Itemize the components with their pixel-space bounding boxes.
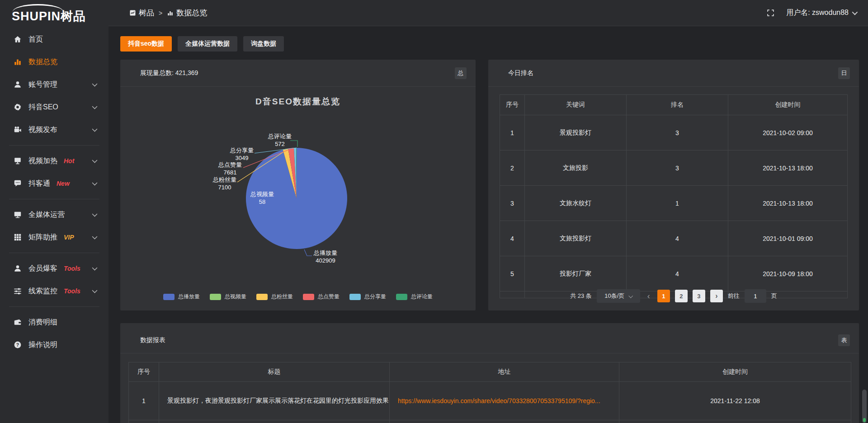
divider <box>120 86 476 87</box>
breadcrumb-label: 树品 <box>139 8 154 18</box>
legend-swatch <box>163 294 175 300</box>
pie-chart-title: D音SEO数据量总览 <box>120 96 476 108</box>
sidebar-item-home[interactable]: 首页 <box>0 28 108 51</box>
table-badge-button[interactable]: 表 <box>838 334 850 346</box>
chevron-down-icon <box>92 265 98 271</box>
legend-item[interactable]: 总点赞量 <box>303 293 340 301</box>
sidebar-item-video-heat[interactable]: 视频加热 Hot <box>0 150 108 172</box>
topbar: 树品 > 数据总览 用户名: zswodun88 <box>108 0 868 26</box>
cell-index: 2 <box>500 150 525 186</box>
sidebar-item-account[interactable]: 账号管理 <box>0 73 108 96</box>
sidebar-item-video-publish[interactable]: 视频发布 <box>0 118 108 141</box>
sidebar-item-label: 首页 <box>28 35 43 44</box>
svg-text:?: ? <box>16 343 19 348</box>
ranking-table: 序号 关键词 排名 创建时间 1 景观投影灯 3 2021-10-02 09:0… <box>500 94 848 298</box>
legend-label: 总粉丝量 <box>271 293 293 301</box>
page-button-1[interactable]: 1 <box>657 290 670 302</box>
sliders-icon <box>14 287 22 295</box>
day-badge-button[interactable]: 日 <box>838 67 850 79</box>
cell-title: 景观投影灯，夜游景观投影灯厂家展示展示落花灯在花园里的灯光投影应用效果 # <box>159 382 390 420</box>
legend-label: 总评论量 <box>411 293 433 301</box>
legend-item[interactable]: 总播放量 <box>163 293 200 301</box>
table-row: 5 投影灯厂家 4 2021-10-09 18:00 <box>500 256 848 291</box>
grid-icon <box>14 233 22 241</box>
tab-media-operation-data[interactable]: 全媒体运营数据 <box>178 36 237 52</box>
legend-label: 总视频量 <box>225 293 246 301</box>
scrollbar[interactable] <box>862 390 867 423</box>
goto-page-input[interactable] <box>745 289 766 303</box>
pie-label-name: 总视频量 <box>235 190 289 198</box>
pie-label-value: 7100 <box>198 183 252 191</box>
tab-inquiry-data[interactable]: 询盘数据 <box>243 36 284 52</box>
app-icon <box>129 9 136 16</box>
cell-rank: 4 <box>627 256 728 291</box>
sidebar-item-lead-monitor[interactable]: 线索监控 Tools <box>0 280 108 302</box>
col-header-index: 序号 <box>500 95 525 115</box>
video-link[interactable]: https://www.iesdouyin.com/share/video/70… <box>398 397 600 404</box>
pie-label-value: 7681 <box>203 169 257 176</box>
pie-label-value: 402909 <box>298 257 353 264</box>
pie-label-fans: 总粉丝量 7100 <box>198 176 252 191</box>
sidebar-item-badge: Tools <box>64 287 80 295</box>
total-badge-button[interactable]: 总 <box>455 67 467 79</box>
sidebar-item-label: 视频加热 <box>28 156 57 166</box>
legend-item[interactable]: 总分享量 <box>349 293 386 301</box>
sidebar-item-badge: Hot <box>64 157 74 164</box>
panel-title: 今日排名 <box>508 69 533 77</box>
logo-text-cn: 树品 <box>61 9 86 23</box>
fullscreen-icon[interactable] <box>767 9 774 17</box>
pie-label-shares: 总分享量 3049 <box>215 146 269 162</box>
cell-rank: 3 <box>627 115 728 150</box>
breadcrumb: 树品 > 数据总览 <box>129 0 207 26</box>
legend-item[interactable]: 总评论量 <box>396 293 433 301</box>
pie-label-play: 总播放量 402909 <box>298 249 353 264</box>
menu-divider <box>9 253 99 253</box>
cell-index: 3 <box>500 186 525 221</box>
user-menu[interactable]: 用户名: zswodun88 <box>786 8 856 18</box>
goto-label: 前往 <box>728 292 740 300</box>
sidebar-item-consume-detail[interactable]: 消费明细 <box>0 311 108 334</box>
logo: SHUPIN树品 <box>12 3 98 24</box>
chevron-down-icon <box>92 180 98 186</box>
breadcrumb-item-shupin[interactable]: 树品 <box>129 8 154 18</box>
table-row-partial <box>129 420 851 423</box>
cell-index: 4 <box>500 221 525 256</box>
table-row: 1 景观投影灯，夜游景观投影灯厂家展示展示落花灯在花园里的灯光投影应用效果 # … <box>129 382 851 420</box>
sidebar-item-matrix-boost[interactable]: 矩阵助推 VIP <box>0 226 108 249</box>
table-row: 4 文旅投影灯 4 2021-10-01 09:00 <box>500 221 848 256</box>
col-header-rank: 排名 <box>627 95 728 115</box>
gear-icon <box>14 103 22 111</box>
impressions-total: 展现量总数: 421,369 <box>140 69 198 77</box>
page-button-3[interactable]: 3 <box>693 290 705 302</box>
legend-item[interactable]: 总视频量 <box>210 293 246 301</box>
chevron-down-icon <box>92 211 98 217</box>
sidebar-item-media-operation[interactable]: 全媒体运营 <box>0 203 108 226</box>
table-row: 3 文旅水纹灯 1 2021-10-13 18:00 <box>500 186 848 221</box>
page-size-select[interactable]: 10条/页 <box>597 289 640 303</box>
legend-item[interactable]: 总粉丝量 <box>256 293 293 301</box>
sidebar-item-data-overview[interactable]: 数据总览 <box>0 51 108 73</box>
breadcrumb-label: 数据总览 <box>176 8 207 18</box>
tab-douyin-seo-data[interactable]: 抖音seo数据 <box>120 36 172 52</box>
bar-chart-icon <box>14 58 22 66</box>
page-button-2[interactable]: 2 <box>675 290 688 302</box>
legend-swatch <box>349 294 361 300</box>
sidebar-item-help[interactable]: ? 操作说明 <box>0 334 108 356</box>
cell-rank: 1 <box>627 186 728 221</box>
legend-swatch <box>256 294 268 300</box>
table-row: 1 景观投影灯 3 2021-10-02 09:00 <box>500 115 848 150</box>
sidebar-item-member-baoke[interactable]: 会员爆客 Tools <box>0 257 108 280</box>
sidebar-item-badge: VIP <box>64 234 74 241</box>
pie-label-name: 总粉丝量 <box>198 176 252 183</box>
user-icon <box>14 80 22 89</box>
chart-legend: 总播放量 总视频量 总粉丝量 总点赞量 总分享量 总评论量 <box>120 293 476 301</box>
next-page-button[interactable]: › <box>710 290 723 302</box>
sidebar-item-douyin-seo[interactable]: 抖音SEO <box>0 96 108 118</box>
sidebar-item-douketong[interactable]: 抖客通 New <box>0 172 108 195</box>
page-size-value: 10条/页 <box>604 292 624 300</box>
data-tabs: 抖音seo数据 全媒体运营数据 询盘数据 <box>120 36 284 52</box>
breadcrumb-item-data-overview[interactable]: 数据总览 <box>167 8 207 18</box>
prev-page-button[interactable]: ‹ <box>645 290 652 302</box>
data-report-panel: 数据报表 表 序号 标题 地址 创建时间 1 景观投影灯，夜游景观投影灯厂家展示… <box>120 323 859 423</box>
cell-rank: 4 <box>627 221 728 256</box>
